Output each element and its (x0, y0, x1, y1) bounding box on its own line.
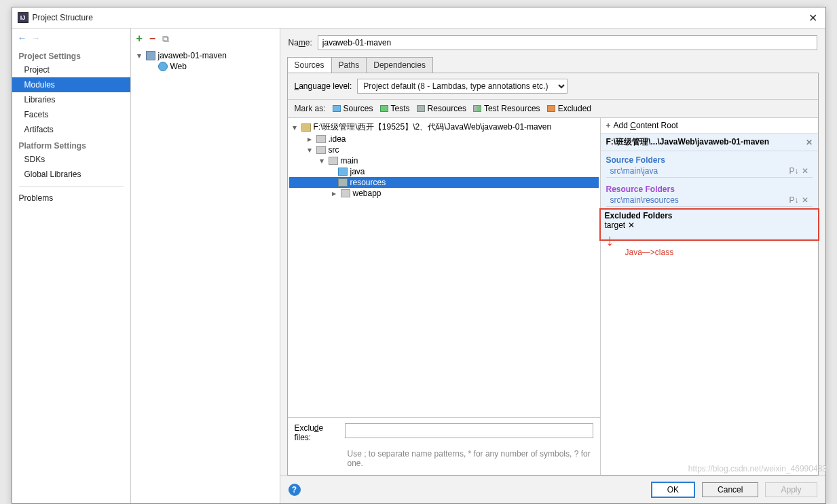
exclude-files-label: Exclude files: (295, 423, 341, 442)
exclude-hint: Use ; to separate name patterns, * for a… (288, 448, 600, 475)
window-title: Project Structure (33, 13, 806, 22)
mark-sources-button[interactable]: Sources (333, 104, 373, 113)
name-label: Name: (289, 38, 312, 47)
chevron-down-icon[interactable]: ▾ (305, 145, 314, 155)
copy-module-icon[interactable]: ⧉ (162, 33, 169, 45)
source-folders-section: Source Folders src\main\java P↓✕ (601, 151, 818, 180)
content-root-panel: + Add Content Root F:\班级管理\...\JavaWeb\j… (601, 118, 818, 475)
name-row: Name: (280, 28, 825, 57)
mark-excluded-button[interactable]: Excluded (547, 104, 591, 113)
remove-icon[interactable]: ✕ (802, 195, 808, 205)
tree-root-label: F:\班级管理\西开【19525】\2、代码\JavaWeb\javaweb-0… (314, 121, 552, 133)
forward-icon[interactable]: → (31, 33, 41, 43)
remove-icon[interactable]: ✕ (628, 220, 635, 230)
source-folders-header: Source Folders (606, 153, 813, 165)
add-module-icon[interactable]: + (136, 33, 143, 45)
sidebar-item-project[interactable]: Project (12, 62, 130, 77)
group-project-settings: Project Settings (12, 47, 130, 62)
tab-sources[interactable]: Sources (287, 57, 332, 73)
tree-node-src[interactable]: ▾ src (289, 144, 599, 155)
module-root[interactable]: ▾ javaweb-01-maven (134, 50, 277, 61)
tree-root[interactable]: ▾ F:\班级管理\西开【19525】\2、代码\JavaWeb\javaweb… (289, 121, 599, 134)
edit-properties-icon[interactable]: P↓ (789, 166, 798, 176)
tree-node-main[interactable]: ▾ main (289, 155, 599, 166)
add-content-root-button[interactable]: + Add Content Root (601, 118, 818, 134)
mark-tests-button[interactable]: Tests (380, 104, 410, 113)
apply-button[interactable]: Apply (765, 482, 817, 497)
module-detail-panel: Name: Sources Paths Dependencies Languag… (280, 28, 825, 503)
source-tree[interactable]: ▾ F:\班级管理\西开【19525】\2、代码\JavaWeb\javaweb… (288, 118, 600, 417)
edit-properties-icon[interactable]: P↓ (789, 195, 798, 205)
sources-tab-content: Language level: Project default (8 - Lam… (287, 73, 819, 476)
module-root-label: javaweb-01-maven (158, 51, 227, 60)
close-icon[interactable]: ✕ (806, 12, 820, 24)
content-root-path[interactable]: F:\班级管理\...\JavaWeb\javaweb-01-maven ✕ (601, 134, 818, 151)
web-facet-icon (158, 62, 168, 71)
group-platform-settings: Platform Settings (12, 137, 130, 152)
sidebar-item-libraries[interactable]: Libraries (12, 92, 130, 107)
folder-icon (301, 123, 311, 132)
module-tabs: Sources Paths Dependencies (280, 57, 825, 73)
arrow-down-icon: ↓ (606, 233, 674, 247)
chevron-right-icon[interactable]: ▸ (305, 134, 314, 144)
chevron-down-icon[interactable]: ▾ (291, 123, 299, 132)
module-child-web[interactable]: Web (134, 61, 277, 72)
remove-root-icon[interactable]: ✕ (806, 138, 813, 147)
remove-icon[interactable]: ✕ (802, 166, 808, 176)
language-level-select[interactable]: Project default (8 - Lambdas, type annot… (357, 79, 568, 94)
sidebar: ← → Project Settings Project Modules Lib… (12, 28, 131, 503)
dialog-body: ← → Project Settings Project Modules Lib… (12, 28, 825, 503)
mark-resources-button[interactable]: Resources (417, 104, 466, 113)
sidebar-item-modules[interactable]: Modules (12, 77, 130, 92)
module-tree[interactable]: ▾ javaweb-01-maven Web (131, 49, 280, 503)
tree-node-webapp[interactable]: ▸ webapp (289, 188, 599, 199)
resource-folders-header: Resource Folders (606, 182, 813, 194)
back-icon[interactable]: ← (18, 33, 27, 43)
remove-module-icon[interactable]: − (149, 33, 155, 45)
language-level-row: Language level: Project default (8 - Lam… (288, 73, 818, 100)
module-icon (146, 51, 155, 60)
chevron-down-icon[interactable]: ▾ (135, 51, 143, 60)
mark-test-resources-button[interactable]: Test Resources (473, 104, 540, 113)
titlebar: IJ Project Structure ✕ (12, 7, 825, 28)
sidebar-item-facets[interactable]: Facets (12, 107, 130, 122)
excluded-folders-header: Excluded Folders (605, 211, 814, 220)
project-structure-dialog: IJ Project Structure ✕ ← → Project Setti… (12, 7, 826, 504)
exclude-files-input[interactable] (345, 423, 593, 438)
mark-as-label: Mark as: (295, 104, 326, 113)
module-list-panel: + − ⧉ ▾ javaweb-01-maven Web (131, 28, 280, 503)
sidebar-item-artifacts[interactable]: Artifacts (12, 122, 130, 137)
folder-source-icon (338, 168, 348, 176)
sidebar-item-global-libraries[interactable]: Global Libraries (12, 167, 130, 182)
sidebar-item-sdks[interactable]: SDKs (12, 152, 130, 167)
source-folder-item[interactable]: src\main\java P↓✕ (606, 165, 813, 178)
tree-node-java[interactable]: java (289, 166, 599, 177)
module-name-input[interactable] (318, 35, 817, 50)
mark-as-row: Mark as: Sources Tests Resources Test Re… (288, 100, 818, 118)
chevron-down-icon[interactable]: ▾ (318, 156, 326, 166)
ok-button[interactable]: OK (651, 482, 695, 498)
excluded-folder-item[interactable]: target ✕ (605, 220, 814, 230)
module-toolbar: + − ⧉ (131, 28, 280, 49)
sources-split: ▾ F:\班级管理\西开【19525】\2、代码\JavaWeb\javaweb… (288, 118, 818, 475)
resource-folders-section: Resource Folders src\main\resources P↓✕ (601, 180, 818, 210)
nav-history: ← → (12, 28, 130, 47)
folder-icon (316, 146, 326, 154)
resource-folder-item[interactable]: src\main\resources P↓✕ (606, 194, 813, 207)
module-child-label: Web (170, 62, 187, 71)
folder-resources-icon (338, 178, 348, 187)
chevron-right-icon[interactable]: ▸ (330, 189, 338, 198)
help-icon[interactable]: ? (289, 484, 301, 496)
user-annotation: ↓ Java—>class (606, 233, 674, 258)
folder-green-icon (380, 105, 388, 112)
sidebar-item-problems[interactable]: Problems (12, 191, 130, 206)
watermark-text: https://blog.csdn.net/weixin_46990483 (688, 464, 827, 473)
tab-dependencies[interactable]: Dependencies (366, 57, 433, 73)
plus-icon: + (606, 121, 611, 130)
tree-node-resources[interactable]: resources (289, 177, 599, 188)
tab-paths[interactable]: Paths (331, 57, 367, 73)
folder-excluded-icon (547, 105, 555, 112)
tree-node-idea[interactable]: ▸ .idea (289, 134, 599, 144)
folder-icon (329, 157, 338, 165)
cancel-button[interactable]: Cancel (702, 482, 758, 497)
